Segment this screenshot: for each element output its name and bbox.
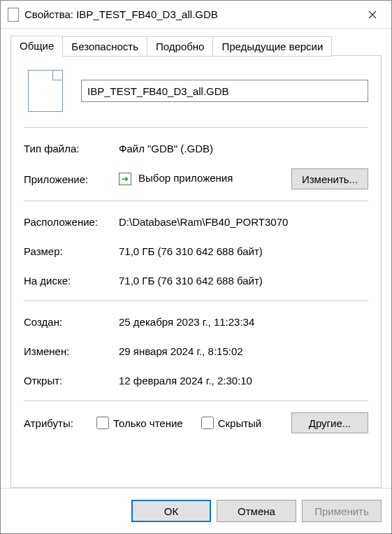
separator xyxy=(24,127,368,128)
checkbox-readonly[interactable] xyxy=(96,417,109,429)
checkbox-readonly-wrap[interactable]: Только чтение xyxy=(94,414,183,431)
cancel-button[interactable]: Отмена xyxy=(217,500,296,522)
file-icon xyxy=(8,8,19,22)
value-filetype: Файл "GDB" (.GDB) xyxy=(119,143,368,154)
tab-pane-general: Тип файла: Файл "GDB" (.GDB) Приложение:… xyxy=(10,55,382,488)
label-hidden: Скрытый xyxy=(218,417,262,429)
window-title: Свойства: IBP_TEST_FB40_D3_all.GDB xyxy=(24,8,356,20)
tab-previous-versions[interactable]: Предыдущие версии xyxy=(212,36,332,57)
apply-button[interactable]: Применить xyxy=(302,500,382,522)
value-accessed: 12 февраля 2024 г., 2:30:10 xyxy=(119,375,368,387)
separator xyxy=(24,301,368,301)
label-filetype: Тип файла: xyxy=(24,143,119,154)
arrow-right-icon: ➜ xyxy=(119,173,131,185)
label-readonly: Только чтение xyxy=(113,417,183,429)
separator xyxy=(24,201,368,201)
tab-general[interactable]: Общие xyxy=(10,36,63,56)
titlebar: Свойства: IBP_TEST_FB40_D3_all.GDB xyxy=(1,1,391,29)
label-modified: Изменен: xyxy=(24,345,119,357)
value-application: ➜Выбор приложения xyxy=(119,172,291,185)
other-attributes-button[interactable]: Другие... xyxy=(291,412,368,433)
label-attributes: Атрибуты: xyxy=(24,417,91,429)
label-created: Создан: xyxy=(24,316,119,328)
value-modified: 29 января 2024 г., 8:15:02 xyxy=(119,345,368,357)
filename-input[interactable] xyxy=(81,80,368,102)
tab-security[interactable]: Безопасность xyxy=(62,36,147,57)
separator xyxy=(24,400,368,401)
tab-strip: Общие Безопасность Подробно Предыдущие в… xyxy=(10,36,382,56)
tab-details[interactable]: Подробно xyxy=(147,36,213,57)
value-created: 25 декабря 2023 г., 11:23:34 xyxy=(119,316,368,328)
file-type-icon xyxy=(28,70,63,112)
checkbox-hidden-wrap[interactable]: Скрытый xyxy=(198,414,262,431)
content-area: Общие Безопасность Подробно Предыдущие в… xyxy=(1,29,391,488)
label-application: Приложение: xyxy=(24,173,119,185)
label-accessed: Открыт: xyxy=(24,375,119,387)
close-icon xyxy=(368,10,377,19)
value-size: 71,0 ГБ (76 310 642 688 байт) xyxy=(119,245,368,257)
label-location: Расположение: xyxy=(24,216,119,228)
properties-dialog: Свойства: IBP_TEST_FB40_D3_all.GDB Общие… xyxy=(0,0,392,534)
label-sizeondisk: На диске: xyxy=(24,275,119,287)
application-name: Выбор приложения xyxy=(138,172,233,184)
dialog-footer: ОК Отмена Применить xyxy=(1,488,391,533)
ok-button[interactable]: ОК xyxy=(131,500,211,522)
checkbox-hidden[interactable] xyxy=(201,417,214,429)
close-button[interactable] xyxy=(356,4,389,25)
value-sizeondisk: 71,0 ГБ (76 310 642 688 байт) xyxy=(119,275,368,287)
label-size: Размер: xyxy=(24,245,119,257)
value-location: D:\Database\Ram\FB40_PORT3070 xyxy=(119,216,368,228)
change-app-button[interactable]: Изменить... xyxy=(291,168,368,189)
